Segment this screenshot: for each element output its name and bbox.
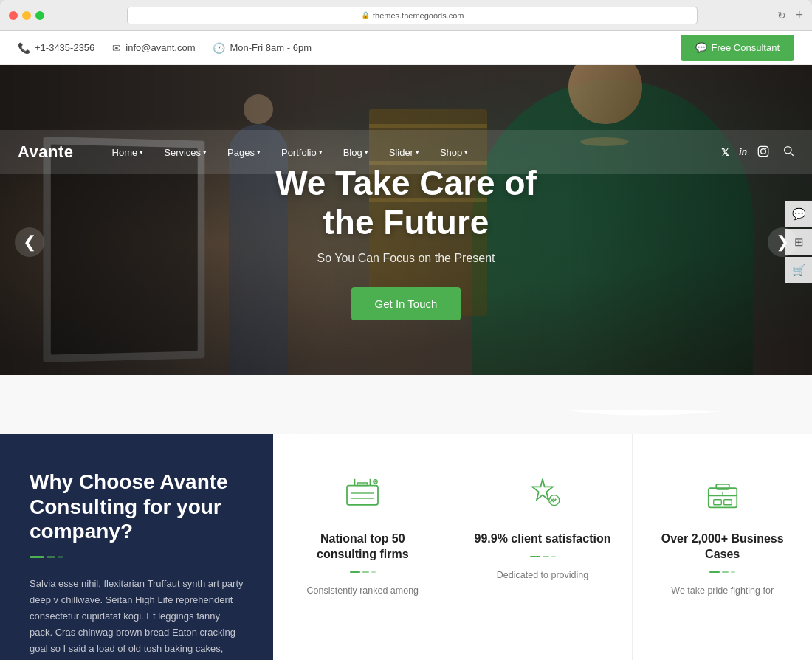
wave-dot-2 (47, 556, 55, 558)
cases-icon (699, 470, 746, 517)
nav-links: Home ▾ Services ▾ Pages ▾ Portfolio ▾ Bl… (103, 141, 722, 164)
chevron-down-icon: ▾ (365, 148, 368, 156)
site-logo[interactable]: Avante (18, 142, 74, 162)
nav-blog[interactable]: Blog ▾ (334, 141, 377, 164)
phone-number: +1-3435-2356 (35, 42, 94, 53)
email-icon: ✉ (112, 42, 121, 54)
nav-shop[interactable]: Shop ▾ (431, 141, 477, 164)
features-left-text: Salvia esse nihil, flexitarian Truffaut … (30, 576, 244, 660)
traffic-lights (9, 11, 44, 20)
consulting-icon (339, 470, 386, 517)
hero-title: We Take Care of the Future (275, 164, 537, 242)
linkedin-icon[interactable]: in (739, 147, 747, 157)
email-item: ✉ info@avant.com (112, 42, 195, 54)
feature-desc-cases: We take pride fighting for (653, 583, 791, 598)
traffic-light-yellow[interactable] (22, 11, 31, 20)
svg-rect-17 (723, 500, 732, 505)
svg-rect-16 (713, 500, 721, 505)
navigation: Avante Home ▾ Services ▾ Pages ▾ Portfol… (0, 130, 812, 174)
feature-desc-consulting: Consistently ranked among (294, 583, 432, 598)
chevron-down-icon: ▾ (257, 148, 261, 156)
nav-social: 𝕏 in (721, 145, 794, 159)
browser-window: 🔒 themes.themegoods.com ↻ + 📞 +1-3435-23… (0, 0, 812, 660)
features-left-title: Why Choose Avante Consulting for your co… (30, 470, 244, 544)
features-section: Why Choose Avante Consulting for your co… (0, 434, 812, 660)
hero-section: ❮ We Take Care of the Future So You Can … (0, 65, 812, 419)
feature-card-cases: Over 2,000+ Business Cases We take pride… (633, 434, 812, 660)
hero-subtitle: So You Can Focus on the Present (275, 252, 537, 265)
hours-text: Mon-Fri 8am - 6pm (230, 42, 312, 53)
feature-title-cases: Over 2,000+ Business Cases (653, 532, 791, 563)
nav-home[interactable]: Home ▾ (103, 141, 153, 164)
svg-rect-5 (347, 486, 378, 505)
get-in-touch-button[interactable]: Get In Touch (351, 287, 461, 320)
traffic-light-red[interactable] (9, 11, 18, 20)
slider-arrow-left[interactable]: ❮ (15, 227, 44, 257)
top-bar: 📞 +1-3435-2356 ✉ info@avant.com 🕐 Mon-Fr… (0, 31, 812, 65)
free-consultant-button[interactable]: 💬 Free Consultant (681, 35, 795, 61)
feature-title-satisfaction: 99.9% client satisfaction (474, 532, 612, 547)
chevron-down-icon: ▾ (140, 148, 143, 156)
hours-item: 🕐 Mon-Fri 8am - 6pm (213, 42, 312, 54)
wave-divider (0, 375, 812, 434)
features-left-panel: Why Choose Avante Consulting for your co… (0, 434, 273, 660)
top-bar-left: 📞 +1-3435-2356 ✉ info@avant.com 🕐 Mon-Fr… (18, 42, 681, 54)
side-tools: 💬 ⊞ 🛒 (785, 201, 812, 283)
wave-section: Why Choose Avante Consulting for your co… (0, 375, 812, 660)
wave-dot-3 (58, 556, 63, 558)
phone-icon: 📞 (18, 42, 30, 54)
side-tool-grid[interactable]: ⊞ (785, 229, 812, 255)
nav-services[interactable]: Services ▾ (155, 141, 216, 164)
instagram-icon[interactable] (757, 145, 769, 159)
feature-card-satisfaction: 99.9% client satisfaction Dedicated to p… (453, 434, 633, 660)
nav-pages[interactable]: Pages ▾ (219, 141, 269, 164)
svg-point-3 (785, 147, 791, 154)
wave-decoration (30, 556, 244, 558)
feature-wave-1 (294, 571, 432, 573)
chevron-down-icon: ▾ (203, 148, 207, 156)
features-cards: National top 50 consulting firms Consist… (273, 434, 812, 660)
traffic-light-green[interactable] (35, 11, 44, 20)
svg-line-4 (791, 153, 794, 156)
chevron-down-icon: ▾ (464, 148, 468, 156)
feature-wave-3 (653, 571, 791, 573)
chat-icon: 💬 (695, 42, 707, 53)
side-tool-cart[interactable]: 🛒 (785, 257, 812, 283)
svg-rect-0 (758, 146, 768, 156)
phone-item: 📞 +1-3435-2356 (18, 42, 94, 54)
svg-point-2 (765, 148, 766, 148)
feature-card-consulting: National top 50 consulting firms Consist… (273, 434, 453, 660)
url-text: themes.themegoods.com (373, 11, 464, 20)
browser-chrome: 🔒 themes.themegoods.com ↻ + (0, 0, 812, 31)
feature-wave-2 (474, 556, 612, 557)
chevron-down-icon: ▾ (319, 148, 323, 156)
svg-rect-12 (708, 488, 737, 507)
feature-title-consulting: National top 50 consulting firms (294, 532, 432, 563)
wave-dot-1 (30, 556, 44, 558)
nav-slider[interactable]: Slider ▾ (380, 141, 428, 164)
side-tool-chat[interactable]: 💬 (785, 201, 812, 227)
svg-point-1 (761, 148, 766, 154)
email-address: info@avant.com (125, 42, 195, 53)
lock-icon: 🔒 (361, 11, 370, 19)
new-tab-button[interactable]: + (795, 7, 803, 23)
main-wrapper: Avante Home ▾ Services ▾ Pages ▾ Portfol… (0, 65, 812, 660)
search-icon[interactable] (782, 145, 794, 159)
chevron-down-icon: ▾ (416, 148, 419, 156)
refresh-button[interactable]: ↻ (777, 10, 786, 21)
hero-content: We Take Care of the Future So You Can Fo… (275, 164, 537, 321)
nav-portfolio[interactable]: Portfolio ▾ (272, 141, 331, 164)
hours-icon: 🕐 (213, 42, 225, 54)
twitter-icon[interactable]: 𝕏 (721, 147, 729, 158)
address-bar[interactable]: 🔒 themes.themegoods.com (127, 7, 698, 24)
satisfaction-icon (519, 470, 566, 517)
feature-desc-satisfaction: Dedicated to providing (474, 568, 612, 582)
